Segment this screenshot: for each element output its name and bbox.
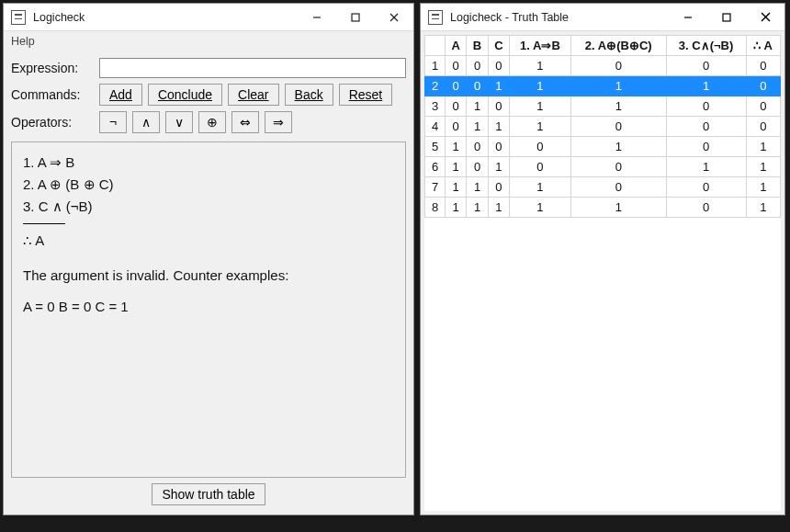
- col-header[interactable]: A: [446, 36, 467, 56]
- reset-button[interactable]: Reset: [339, 84, 393, 106]
- cell[interactable]: 0: [666, 177, 746, 198]
- cell[interactable]: 0: [570, 56, 666, 76]
- cell[interactable]: 0: [666, 96, 746, 117]
- op-implies-button[interactable]: ⇒: [265, 111, 292, 133]
- cell[interactable]: 1: [488, 117, 509, 137]
- show-truth-table-button[interactable]: Show truth table: [152, 483, 265, 505]
- cell[interactable]: 0: [746, 56, 781, 76]
- table-row[interactable]: 61010011: [425, 157, 781, 177]
- clear-button[interactable]: Clear: [228, 84, 278, 106]
- cell[interactable]: 0: [488, 56, 509, 76]
- cell[interactable]: 0: [488, 137, 509, 157]
- cell[interactable]: 0: [746, 96, 781, 117]
- cell[interactable]: 1: [509, 96, 570, 117]
- cell[interactable]: 0: [509, 157, 570, 177]
- cell[interactable]: 1: [570, 198, 666, 218]
- cell[interactable]: 1: [746, 137, 781, 157]
- row-number[interactable]: 2: [425, 76, 446, 96]
- cell[interactable]: 1: [570, 137, 666, 157]
- col-header[interactable]: C: [488, 36, 509, 56]
- cell[interactable]: 0: [488, 177, 509, 198]
- cell[interactable]: 0: [488, 96, 509, 117]
- table-row[interactable]: 20011110: [425, 76, 781, 96]
- cell[interactable]: 0: [570, 177, 666, 198]
- table-row[interactable]: 81111101: [425, 198, 781, 218]
- cell[interactable]: 0: [467, 76, 488, 96]
- op-iff-button[interactable]: ⇔: [231, 111, 259, 133]
- cell[interactable]: 0: [509, 137, 570, 157]
- cell[interactable]: 1: [446, 177, 467, 198]
- row-number[interactable]: 1: [425, 56, 446, 76]
- cell[interactable]: 0: [446, 96, 467, 117]
- row-number[interactable]: 8: [425, 198, 446, 218]
- row-number[interactable]: 6: [425, 157, 446, 177]
- cell[interactable]: 1: [570, 76, 666, 96]
- col-header[interactable]: 1. A⇒B: [509, 36, 570, 56]
- cell[interactable]: 1: [509, 56, 570, 76]
- cell[interactable]: 1: [467, 96, 488, 117]
- cell[interactable]: 0: [666, 117, 746, 137]
- cell[interactable]: 1: [746, 157, 781, 177]
- table-row[interactable]: 71101001: [425, 177, 781, 198]
- cell[interactable]: 0: [666, 198, 746, 218]
- cell[interactable]: 0: [666, 56, 746, 76]
- cell[interactable]: 0: [467, 157, 488, 177]
- cell[interactable]: 0: [467, 137, 488, 157]
- cell[interactable]: 0: [746, 76, 781, 96]
- cell[interactable]: 1: [570, 96, 666, 117]
- cell[interactable]: 1: [509, 198, 570, 218]
- cell[interactable]: 1: [488, 198, 509, 218]
- back-button[interactable]: Back: [285, 84, 333, 106]
- cell[interactable]: 1: [509, 76, 570, 96]
- cell[interactable]: 1: [509, 177, 570, 198]
- cell[interactable]: 1: [488, 157, 509, 177]
- table-row[interactable]: 40111000: [425, 117, 781, 137]
- cell[interactable]: 1: [467, 177, 488, 198]
- cell[interactable]: 1: [446, 198, 467, 218]
- op-or-button[interactable]: ∨: [165, 111, 193, 133]
- row-number[interactable]: 3: [425, 96, 446, 117]
- cell[interactable]: 1: [509, 117, 570, 137]
- close-button[interactable]: [375, 4, 413, 30]
- close-button[interactable]: [746, 4, 784, 30]
- cell[interactable]: 0: [467, 56, 488, 76]
- table-row[interactable]: 30101100: [425, 96, 781, 117]
- cell[interactable]: 1: [488, 76, 509, 96]
- cell[interactable]: 0: [570, 157, 666, 177]
- cell[interactable]: 0: [570, 117, 666, 137]
- premise-1: 1. A ⇒ B: [23, 152, 394, 174]
- cell[interactable]: 1: [746, 177, 781, 198]
- add-button[interactable]: Add: [99, 84, 142, 106]
- cell[interactable]: 1: [446, 137, 467, 157]
- menu-help[interactable]: Help: [11, 35, 35, 48]
- op-xor-button[interactable]: ⊕: [198, 111, 226, 133]
- cell[interactable]: 1: [666, 157, 746, 177]
- cell[interactable]: 0: [446, 117, 467, 137]
- col-header[interactable]: B: [467, 36, 488, 56]
- op-and-button[interactable]: ∧: [132, 111, 160, 133]
- cell[interactable]: 0: [666, 137, 746, 157]
- cell[interactable]: 1: [467, 198, 488, 218]
- cell[interactable]: 1: [746, 198, 781, 218]
- maximize-button[interactable]: [336, 4, 375, 30]
- row-number[interactable]: 7: [425, 177, 446, 198]
- table-row[interactable]: 51000101: [425, 137, 781, 157]
- col-header[interactable]: 3. C∧(¬B): [666, 36, 746, 56]
- minimize-button[interactable]: [298, 4, 336, 30]
- minimize-button[interactable]: [669, 4, 707, 30]
- table-row[interactable]: 10001000: [425, 56, 781, 76]
- col-header[interactable]: 2. A⊕(B⊕C): [570, 36, 666, 56]
- op-not-button[interactable]: ¬: [99, 111, 127, 133]
- maximize-button[interactable]: [707, 4, 746, 30]
- cell[interactable]: 0: [746, 117, 781, 137]
- cell[interactable]: 1: [666, 76, 746, 96]
- cell[interactable]: 1: [467, 117, 488, 137]
- cell[interactable]: 0: [446, 56, 467, 76]
- row-number[interactable]: 4: [425, 117, 446, 137]
- row-number[interactable]: 5: [425, 137, 446, 157]
- cell[interactable]: 1: [446, 157, 467, 177]
- cell[interactable]: 0: [446, 76, 467, 96]
- conclude-button[interactable]: Conclude: [148, 84, 222, 106]
- expression-input[interactable]: [99, 58, 406, 78]
- col-header[interactable]: ∴ A: [746, 36, 781, 56]
